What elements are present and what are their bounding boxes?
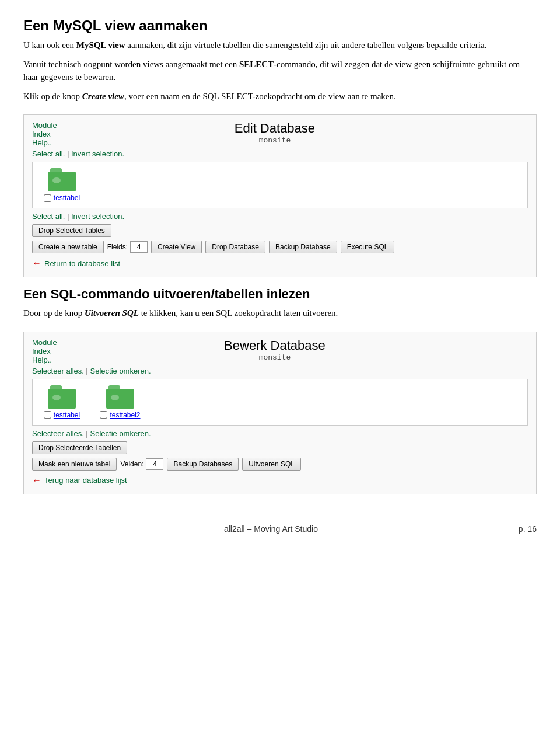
panel1-action-row2: Create a new table Fields: 4 Create View…	[32, 241, 528, 253]
panel2-fields-group: Velden: 4	[120, 458, 163, 470]
panel1-title-area: Edit Database monsite	[70, 121, 480, 145]
bold-select: SELECT	[239, 60, 274, 69]
panel1-drop-db-button[interactable]: Drop Database	[205, 241, 265, 253]
panel1-create-table-button[interactable]: Create a new table	[32, 241, 104, 253]
panel1-invert-bottom[interactable]: Invert selection.	[71, 212, 124, 221]
panel1-table-checkbox[interactable]	[44, 194, 51, 202]
arrow-left-icon: ←	[32, 258, 41, 269]
section-sql-command: Een SQL-commando uitvoeren/tabellen inle…	[23, 287, 537, 320]
italic-bold-uitvoerensql: Uitvoeren SQL	[85, 308, 139, 318]
panel1-subtitle: monsite	[70, 136, 480, 145]
panel2-create-table-button[interactable]: Maak een nieuwe tabel	[32, 458, 117, 471]
panel2-return-link-label: Terug naar database lijst	[44, 476, 127, 485]
section1-para1: U kan ook een MySQL view aanmaken, dit z…	[23, 39, 537, 52]
panel1-select-all-top[interactable]: Select all.	[32, 149, 65, 158]
panel2-select-all-bottom[interactable]: Selecteer alles.	[32, 429, 84, 438]
panel2-bewerk-database: Module Index Help.. Bewerk Database mons…	[23, 332, 537, 494]
panel1-select-links-bottom: Select all. | Invert selection.	[32, 212, 528, 221]
panel2-fields-input[interactable]: 4	[146, 458, 163, 470]
panel1-help-link[interactable]: Help..	[32, 138, 70, 147]
panel2-title: Bewerk Database	[70, 338, 480, 353]
panel1-edit-database: Module Index Help.. Edit Database monsit…	[23, 114, 537, 277]
panel2-action-row1: Drop Selecteerde Tabellen	[32, 441, 528, 454]
panel2-nav: Module Index Help..	[32, 338, 70, 364]
panel1-backup-button[interactable]: Backup Database	[269, 241, 337, 253]
folder-icon-testtabel	[48, 168, 76, 191]
panel2-table1-name-link[interactable]: testtabel	[54, 411, 80, 419]
panel2-backup-button[interactable]: Backup Databases	[167, 458, 239, 471]
section2-para1: Door op de knop Uitvoeren SQL te klikken…	[23, 306, 537, 320]
panel2-table-list: testtabel testtabel2	[32, 379, 528, 426]
panel1-execute-button[interactable]: Execute SQL	[341, 241, 395, 253]
panel1-table-name-link[interactable]: testtabel	[54, 194, 80, 202]
panel2-action-row2: Maak een nieuwe tabel Velden: 4 Backup D…	[32, 458, 528, 471]
panel2-table1-checkbox[interactable]	[44, 411, 51, 419]
section1-para3: Klik op de knop Create view, voer een na…	[23, 90, 537, 103]
panel1-fields-input[interactable]: 4	[130, 241, 148, 253]
section1-para2: Vanuit technisch oogpunt worden views aa…	[23, 58, 537, 84]
section2-heading: Een SQL-commando uitvoeren/tabellen inle…	[23, 287, 537, 302]
panel2-subtitle: monsite	[70, 353, 480, 362]
panel2-fields-label: Velden:	[120, 460, 144, 468]
arrow-left-icon-2: ←	[32, 475, 41, 486]
panel2-table1-checkbox-row: testtabel	[44, 411, 80, 419]
panel1-fields-group: Fields: 4	[107, 241, 148, 253]
panel2-select-all-top[interactable]: Selecteer alles.	[32, 367, 84, 375]
panel2-execute-button[interactable]: Uitvoeren SQL	[242, 458, 301, 471]
footer: all2all – Moving Art Studio p. 16	[23, 518, 537, 534]
footer-page: p. 16	[519, 524, 537, 534]
panel2-invert-bottom[interactable]: Selectie omkeren.	[90, 429, 151, 438]
panel2-select-links-top: Selecteer alles. | Selectie omkeren.	[32, 367, 528, 375]
panel1-select-all-bottom[interactable]: Select all.	[32, 212, 65, 221]
italic-bold-createview: Create view	[82, 92, 124, 101]
section1-heading: Een MySQL view aanmaken	[23, 18, 537, 34]
panel1-select-links-top: Select all. | Invert selection.	[32, 149, 528, 158]
panel1-create-view-button[interactable]: Create View	[151, 241, 202, 253]
panel1-table-item-testtabel: testtabel	[38, 168, 85, 202]
panel1-module-index-link[interactable]: Module Index	[32, 121, 70, 138]
panel1-title: Edit Database	[70, 121, 480, 136]
panel1-table-checkbox-row: testtabel	[44, 194, 80, 202]
section-mysql-view: Een MySQL view aanmaken U kan ook een My…	[23, 18, 537, 103]
panel2-title-area: Bewerk Database monsite	[70, 338, 480, 362]
panel2-drop-button[interactable]: Drop Selecteerde Tabellen	[32, 441, 127, 454]
panel1-return-link-label: Return to database list	[44, 259, 120, 268]
panel2-invert-top[interactable]: Selectie omkeren.	[90, 367, 151, 375]
panel2-module-index-link[interactable]: Module Index	[32, 338, 70, 356]
panel2-table-item-2: testtabel2	[97, 385, 144, 419]
folder-icon-testtabel1	[48, 385, 76, 409]
panel1-return-link[interactable]: ← Return to database list	[32, 258, 528, 269]
footer-text: all2all – Moving Art Studio	[224, 524, 318, 534]
panel1-invert-top[interactable]: Invert selection.	[71, 149, 124, 158]
panel2-select-links-bottom: Selecteer alles. | Selectie omkeren.	[32, 429, 528, 438]
panel2-table2-checkbox-row: testtabel2	[100, 411, 140, 419]
panel2-help-link[interactable]: Help..	[32, 356, 70, 364]
panel2-table-item-1: testtabel	[38, 385, 85, 419]
panel1-nav: Module Index Help..	[32, 121, 70, 147]
panel2-table2-checkbox[interactable]	[100, 411, 107, 419]
panel2-return-link[interactable]: ← Terug naar database lijst	[32, 475, 528, 486]
panel1-fields-label: Fields:	[107, 243, 128, 251]
panel1-action-row1: Drop Selected Tables	[32, 224, 528, 237]
panel2-table2-name-link[interactable]: testtabel2	[110, 411, 140, 419]
panel1-drop-button[interactable]: Drop Selected Tables	[32, 224, 111, 237]
folder-icon-testtabel2	[106, 385, 134, 409]
panel1-table-list: testtabel	[32, 162, 528, 208]
bold-mysql-view: MySQL view	[76, 40, 125, 50]
